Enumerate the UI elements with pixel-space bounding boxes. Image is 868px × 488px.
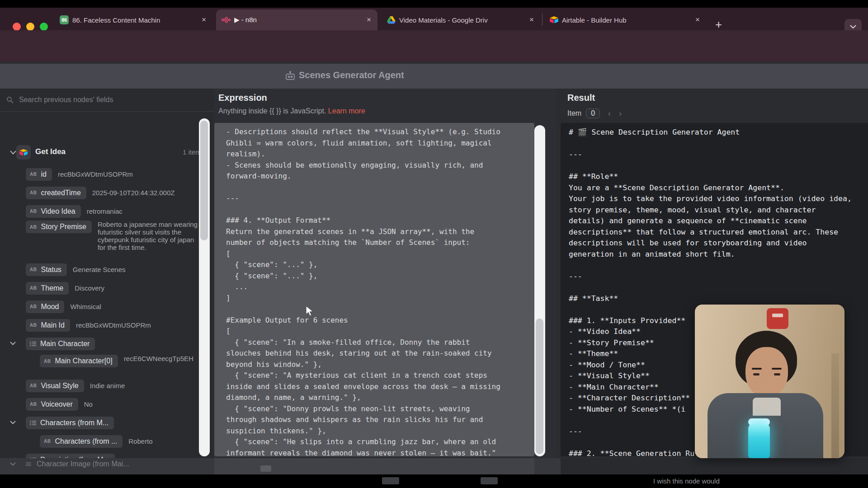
person-shirt — [753, 398, 781, 416]
tab-label: Airtable - Builder Hub — [562, 16, 691, 24]
field-row-main-character-0[interactable]: ABMain Character[0] recE6CWNeecgTp5EH — [0, 353, 214, 376]
tab-close-icon[interactable]: × — [694, 15, 701, 24]
field-row-main-id[interactable]: ABMain Id recBbGxWDtmUSOPRm — [0, 316, 214, 334]
type-badge: AB — [30, 402, 37, 407]
tab-n8n[interactable]: ▶ - n8n × — [216, 9, 377, 30]
chevron-down-icon[interactable] — [10, 150, 16, 155]
field-value: Indie anime — [90, 382, 125, 389]
chevron-down-icon[interactable] — [10, 342, 16, 345]
expression-editor[interactable]: - Descriptions should reflect the **Visu… — [214, 123, 534, 456]
expression-subtitle: Anything inside {{ }} is JavaScript. Lea… — [218, 107, 365, 115]
tab-label: 86. Faceless Content Machin — [72, 16, 197, 24]
field-row-character-image-dimmed[interactable]: Character Image (from Mai... — [0, 460, 129, 468]
field-label: Visual Style — [41, 382, 78, 390]
field-row-voiceover[interactable]: ABVoiceover No — [0, 395, 214, 413]
robot-icon — [285, 71, 296, 81]
expression-subtitle-text: Anything inside {{ }} is JavaScript. — [218, 107, 326, 115]
field-value: Whimsical — [70, 303, 101, 310]
new-tab-button[interactable]: + — [715, 18, 722, 32]
letterbox-bottom: I wish this node would — [0, 474, 868, 488]
type-badge: AB — [44, 359, 51, 364]
type-badge: AB — [30, 304, 37, 309]
mouse-cursor — [305, 305, 316, 317]
field-value: recBbGxWDtmUSOPRm — [76, 321, 151, 329]
tab-airtable[interactable]: Airtable - Builder Hub × — [544, 9, 706, 30]
item-label: Item — [567, 109, 581, 117]
tab-faceless-content-machine[interactable]: 86 86. Faceless Content Machin × — [54, 9, 212, 30]
fields-list: ABid recBbGxWDtmUSOPRm ABcreatedTime 202… — [0, 165, 214, 488]
expression-scrollbar[interactable] — [534, 125, 545, 456]
field-row-story-premise[interactable]: ABStory Premise Roberto a japanese man w… — [0, 221, 214, 260]
airtable-node-icon — [16, 145, 31, 160]
field-row-video-idea[interactable]: ABVideo Idea retromaniac — [0, 202, 214, 221]
tab-google-drive[interactable]: Video Materials - Google Driv × — [381, 9, 540, 30]
field-row-status[interactable]: ABStatus Generate Scenes — [0, 260, 214, 279]
tab-label: Video Materials - Google Driv — [399, 16, 525, 24]
node-group-get-idea[interactable]: Get Idea 1 item — [0, 143, 214, 163]
item-pager: Item 0 ‹ › — [567, 108, 622, 118]
browser-tab-bar: 86 86. Faceless Content Machin × ▶ - n8n… — [0, 8, 868, 30]
item-prev-button[interactable]: ‹ — [608, 109, 611, 118]
resize-handle[interactable] — [260, 465, 271, 472]
webcam-overlay — [695, 305, 844, 458]
window-close-button[interactable] — [13, 23, 21, 31]
field-row-mood[interactable]: ABMood Whimsical — [0, 297, 214, 316]
field-row-characters-from[interactable]: ABCharacters (from ... Roberto — [0, 432, 214, 450]
person-eye — [774, 373, 780, 375]
expression-panel: Expression Anything inside {{ }} is Java… — [214, 89, 557, 459]
field-label: Theme — [41, 284, 63, 292]
expression-code[interactable]: - Descriptions should reflect the **Visu… — [214, 123, 534, 456]
dimmed-footer-strip: Character Image (from Mai... — [0, 458, 868, 474]
type-badge: AB — [30, 172, 37, 177]
field-value: Generate Scenes — [73, 266, 126, 273]
tab-label: ▶ - n8n — [234, 16, 362, 24]
type-badge: AB — [30, 286, 37, 291]
search-icon — [6, 96, 14, 103]
node-header-dimmed: Scenes Generator Agent — [0, 64, 868, 89]
field-row-main-character[interactable]: Main Character — [0, 334, 214, 353]
item-index-input[interactable]: 0 — [586, 108, 600, 118]
node-group-label: Get Idea — [35, 147, 66, 156]
type-badge: AB — [30, 190, 37, 195]
window-minimize-button[interactable] — [26, 23, 34, 31]
field-label: Characters (from ... — [55, 437, 117, 446]
tab-close-icon[interactable]: × — [366, 15, 372, 24]
window-zoom-button[interactable] — [40, 23, 48, 31]
field-row-theme[interactable]: ABTheme Discovery — [0, 279, 214, 297]
n8n-favicon — [222, 15, 231, 24]
type-badge: AB — [30, 323, 37, 328]
chevron-down-icon[interactable] — [10, 421, 16, 424]
field-label: Main Character[0] — [55, 357, 112, 365]
field-row-id[interactable]: ABid recBbGxWDtmUSOPRm — [0, 165, 214, 183]
field-value: recE6CWNeecgTp5EH — [124, 355, 193, 362]
expression-title: Expression — [218, 93, 267, 103]
tab-close-icon[interactable]: × — [528, 15, 535, 24]
person-brow — [752, 368, 762, 370]
result-title: Result — [567, 93, 595, 103]
list-icon — [30, 420, 36, 426]
sidebar-scrollbar-thumb[interactable] — [200, 121, 208, 240]
item-next-button[interactable]: › — [619, 109, 622, 118]
field-label: Main Id — [41, 321, 64, 329]
field-label: id — [41, 170, 46, 178]
sidebar-scrollbar[interactable] — [199, 118, 210, 456]
field-value: 2025-09-10T20:44:32.000Z — [92, 189, 175, 197]
dimmed-result-continuation — [561, 458, 868, 474]
field-row-createdtime[interactable]: ABcreatedTime 2025-09-10T20:44:32.000Z — [0, 183, 214, 202]
field-value: Roberto — [128, 437, 152, 445]
list-icon — [26, 462, 31, 466]
tab-separator — [542, 14, 542, 26]
tab-close-icon[interactable]: × — [201, 15, 207, 24]
field-label: Video Idea — [41, 207, 75, 216]
type-badge: AB — [30, 225, 37, 230]
field-value: Roberto a japanese man wearing a futuris… — [98, 221, 204, 251]
type-badge: AB — [30, 267, 37, 272]
search-row[interactable]: Search previous nodes' fields — [0, 89, 214, 112]
chevron-down-icon — [10, 462, 16, 466]
field-row-visual-style[interactable]: ABVisual Style Indie anime — [0, 376, 214, 395]
expression-scrollbar-thumb[interactable] — [536, 319, 543, 454]
field-row-characters-from-m[interactable]: Characters (from M... — [0, 413, 214, 432]
learn-more-link[interactable]: Learn more — [328, 107, 365, 115]
person-brow — [772, 368, 782, 370]
search-input[interactable]: Search previous nodes' fields — [19, 96, 113, 104]
